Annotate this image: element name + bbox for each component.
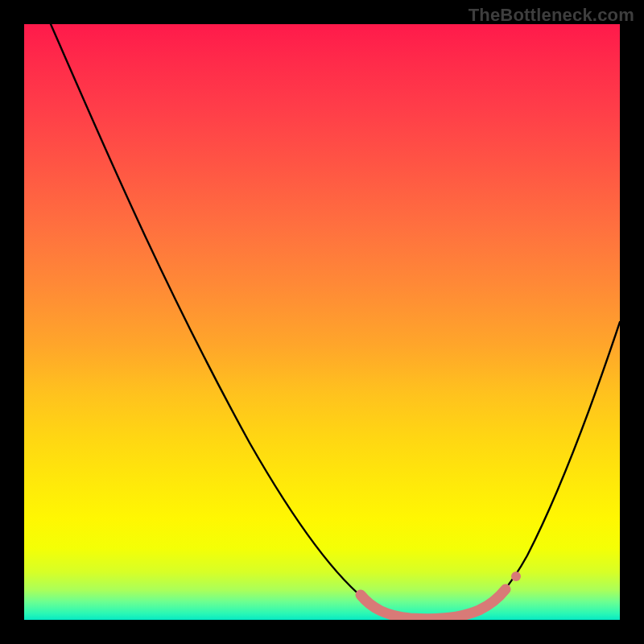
curve-line	[51, 24, 620, 617]
trough-end-dot	[511, 572, 521, 581]
trough-marker	[361, 589, 506, 619]
chart-frame: TheBottleneck.com	[0, 0, 644, 644]
chart-svg	[24, 24, 620, 620]
watermark-text: TheBottleneck.com	[469, 5, 634, 26]
plot-area	[24, 24, 620, 620]
